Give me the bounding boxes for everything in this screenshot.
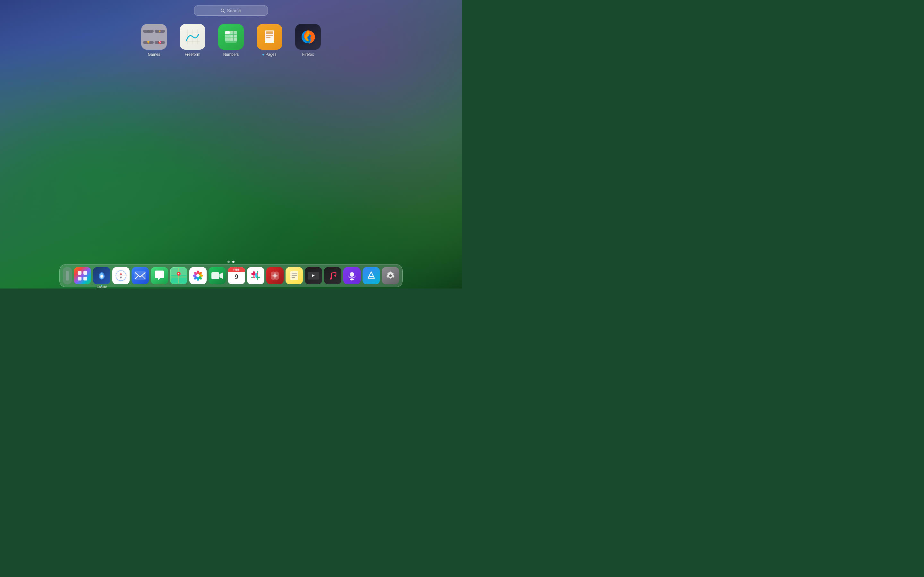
svg-rect-32: [83, 277, 87, 280]
svg-rect-12: [234, 31, 237, 34]
firefox-label: Firefox: [302, 52, 314, 57]
svg-rect-65: [251, 277, 253, 278]
dock-edge-icon: [63, 267, 72, 284]
dock-music[interactable]: [324, 267, 341, 284]
svg-rect-59: [253, 276, 255, 278]
dock-edge-item[interactable]: [63, 267, 72, 284]
svg-rect-63: [257, 271, 258, 273]
dock-messages[interactable]: [151, 267, 168, 284]
svg-rect-56: [212, 272, 219, 279]
search-bar[interactable]: Search: [194, 5, 268, 16]
svg-point-85: [389, 274, 392, 277]
copilot-icon: [93, 267, 110, 284]
svg-rect-30: [83, 271, 87, 275]
svg-rect-14: [230, 35, 233, 37]
app-freeform[interactable]: Freeform: [180, 24, 205, 57]
svg-point-71: [273, 274, 276, 277]
page-indicator: [228, 261, 234, 263]
search-placeholder: Search: [227, 8, 241, 13]
photos-icon: [189, 267, 207, 284]
dock-settings[interactable]: [382, 267, 399, 284]
pages-icon: [257, 24, 282, 50]
appstore-icon: [363, 267, 380, 284]
music-icon: [324, 267, 341, 284]
messages-icon: [151, 267, 168, 284]
firefox-icon: [295, 24, 321, 50]
app-grid: 🎮 ⚡ 🏆 🎯 Games Freeform: [141, 24, 321, 57]
safari-icon: [112, 267, 129, 284]
svg-rect-40: [134, 271, 146, 280]
svg-rect-31: [78, 277, 81, 280]
craft-icon: [266, 267, 284, 284]
svg-rect-11: [230, 31, 233, 34]
page-dot-2[interactable]: [232, 261, 234, 263]
slack-icon: [247, 267, 264, 284]
app-firefox[interactable]: Firefox: [295, 24, 321, 57]
dock-photos[interactable]: [189, 267, 207, 284]
copilot-label: Copilot: [97, 285, 107, 288]
pages-label: Pages: [262, 52, 276, 57]
freeform-label: Freeform: [185, 52, 200, 57]
numbers-label: Numbers: [223, 52, 239, 57]
games-label: Games: [148, 52, 160, 57]
svg-rect-28: [66, 271, 69, 280]
dock-calendar[interactable]: FEB 9: [228, 267, 245, 284]
dock-launchpad[interactable]: [74, 267, 91, 284]
dock-safari[interactable]: [112, 267, 129, 284]
dock-podcasts[interactable]: [343, 267, 360, 284]
dock-craft[interactable]: [266, 267, 284, 284]
dock-facetime[interactable]: [208, 267, 226, 284]
svg-rect-13: [225, 35, 230, 37]
dock-slack[interactable]: [247, 267, 264, 284]
calendar-icon: FEB 9: [228, 267, 245, 284]
svg-point-33: [100, 275, 103, 277]
mail-icon: [132, 267, 149, 284]
svg-rect-60: [251, 273, 256, 275]
svg-point-78: [330, 277, 332, 279]
svg-rect-66: [255, 273, 257, 277]
settings-icon: [382, 267, 399, 284]
dock-notes[interactable]: [286, 267, 303, 284]
maps-icon: [170, 267, 187, 284]
numbers-icon: [218, 24, 244, 50]
launchpad-icon: [74, 267, 91, 284]
page-dot-1[interactable]: [228, 261, 230, 263]
search-icon: [221, 9, 225, 13]
svg-point-79: [334, 275, 336, 277]
notes-icon: [286, 267, 303, 284]
games-icon: 🎮 ⚡ 🏆 🎯: [141, 24, 167, 50]
pages-dot: [262, 54, 264, 55]
appletv-icon: [305, 267, 322, 284]
app-pages[interactable]: Pages: [257, 24, 282, 57]
svg-point-55: [196, 274, 200, 277]
svg-rect-18: [234, 38, 237, 41]
svg-rect-15: [234, 35, 237, 37]
app-numbers[interactable]: Numbers: [218, 24, 244, 57]
svg-marker-57: [220, 272, 223, 279]
svg-point-46: [178, 273, 179, 274]
freeform-icon: [180, 24, 205, 50]
dock-appletv[interactable]: [305, 267, 322, 284]
podcasts-icon: [343, 267, 360, 284]
svg-rect-10: [225, 31, 230, 34]
dock: Copilot: [59, 264, 403, 287]
dock-appstore[interactable]: [363, 267, 380, 284]
dock-maps[interactable]: [170, 267, 187, 284]
svg-line-1: [224, 11, 225, 13]
dock-copilot[interactable]: Copilot: [93, 267, 110, 284]
app-games[interactable]: 🎮 ⚡ 🏆 🎯 Games: [141, 24, 167, 57]
facetime-icon: [208, 267, 226, 284]
dock-mail[interactable]: [132, 267, 149, 284]
svg-rect-29: [78, 271, 81, 275]
svg-rect-17: [230, 38, 233, 41]
svg-rect-24: [266, 31, 273, 33]
